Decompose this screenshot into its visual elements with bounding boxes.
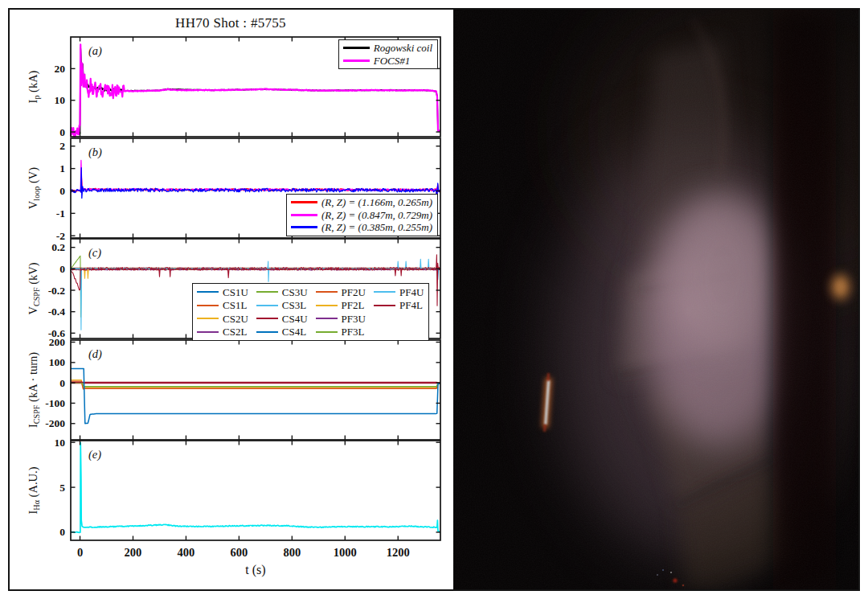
x-tick-label: 1000 <box>334 546 357 559</box>
legend-label: CS4L <box>282 326 306 338</box>
legend-swatch-line <box>291 226 317 228</box>
legend-label: PF2U <box>342 286 366 299</box>
legend-swatch-line <box>291 201 317 203</box>
legend-swatch-line <box>256 331 278 333</box>
legend-item: CS3U <box>256 286 308 299</box>
panel-letter: (b) <box>88 146 102 159</box>
y-tick-label: 0 <box>59 263 65 275</box>
legend-item: CS1L <box>197 299 248 312</box>
y-tick-label: -0.2 <box>48 285 66 297</box>
legend-swatch-line <box>291 214 317 216</box>
legend-label: PF4L <box>399 299 423 312</box>
figure: HH70 Shot : #5755 01020(a)210-1-2(b)0.20… <box>0 0 868 599</box>
x-tick-label: 1200 <box>387 546 410 559</box>
legend-panel-a: Rogowski coilFOCS#1 <box>338 39 438 69</box>
legend-label: Rogowski coil <box>374 42 432 55</box>
legend-label: CS3L <box>282 299 306 312</box>
y-axis-label: IHα (A.U.) <box>27 467 42 515</box>
legend-item: CS2U <box>197 313 248 326</box>
legend-label: (R, Z) = (0.847m, 0.729m) <box>321 209 432 222</box>
legend-item: (R, Z) = (0.385m, 0.255m) <box>291 221 432 234</box>
legend-item: CS4U <box>256 313 308 326</box>
y-tick-label: -0.4 <box>48 306 66 318</box>
plots-panel: HH70 Shot : #5755 01020(a)210-1-2(b)0.20… <box>10 10 452 588</box>
legend-label: CS1U <box>223 286 248 299</box>
y-tick-label: 0 <box>59 377 65 389</box>
legend-label: PF3L <box>342 326 365 338</box>
panel-letter: (a) <box>88 44 102 58</box>
legend-item: CS1U <box>197 286 248 299</box>
series-cs4u <box>71 382 440 383</box>
camera-image <box>453 10 858 589</box>
y-tick-label: 200 <box>49 336 66 348</box>
legend-swatch-line <box>197 318 219 319</box>
panel-letter: (c) <box>88 246 101 260</box>
film-grain <box>453 10 858 589</box>
y-tick-label: 20 <box>55 63 66 75</box>
legend-swatch-line <box>197 305 219 306</box>
legend-label: CS2L <box>223 326 247 338</box>
legend-label: CS2U <box>223 313 248 326</box>
y-axis-label: VCSPF (kV) <box>27 262 42 314</box>
legend-panel-c: CS1UCS1LCS2UCS2LCS3UCS3LCS4UCS4LPF2UPF2L… <box>192 283 429 341</box>
legend-swatch-line <box>197 291 219 293</box>
legend-item: (R, Z) = (0.847m, 0.729m) <box>291 209 432 222</box>
y-axis-label: Vloop (V) <box>27 167 42 209</box>
legend-swatch-line <box>374 305 395 306</box>
legend-label: CS4U <box>282 313 308 326</box>
legend-swatch-line <box>316 305 338 306</box>
series--r-z-1-166m-0-265m- <box>71 175 440 195</box>
panel-e: 0200400600800100012001050(e) <box>55 437 441 559</box>
y-tick-label: 0.2 <box>51 241 65 253</box>
y-axis-label: Ip (kA) <box>27 71 42 104</box>
legend-item: CS2L <box>197 326 248 338</box>
legend-item: PF3L <box>316 326 366 338</box>
legend-item: CS3L <box>256 299 308 312</box>
legend-item: PF4U <box>374 286 424 299</box>
y-tick-label: 10 <box>55 94 66 106</box>
legend-label: (R, Z) = (0.385m, 0.255m) <box>321 221 432 234</box>
legend-label: CS1L <box>223 299 247 312</box>
y-tick-label: -100 <box>45 397 65 409</box>
y-tick-label: 2 <box>59 140 65 152</box>
series-cs1u <box>71 368 440 423</box>
panel-letter: (d) <box>88 347 102 361</box>
y-tick-label: 0 <box>59 526 65 538</box>
legend-swatch-line <box>256 305 278 306</box>
legend-swatch-line <box>343 47 370 49</box>
legend-item: (R, Z) = (1.166m, 0.265m) <box>291 196 432 209</box>
panel-d: 2001000-100-200(d) <box>45 336 440 440</box>
legend-label: PF2L <box>342 299 365 312</box>
series--r-z-0-847m-0-729m- <box>71 160 440 191</box>
y-tick-label: -2 <box>56 230 65 242</box>
legend-item: PF2L <box>316 299 366 312</box>
y-tick-label: 10 <box>55 437 66 449</box>
legend-swatch-line <box>374 291 395 293</box>
legend-label: FOCS#1 <box>374 55 411 68</box>
legend-swatch-line <box>256 318 278 319</box>
legend-label: CS3U <box>282 286 308 299</box>
legend-label: PF3U <box>342 313 366 326</box>
axes-box <box>71 340 440 440</box>
legend-swatch-line <box>316 318 338 319</box>
x-tick-label: 0 <box>77 546 83 559</box>
legend-item: PF2U <box>316 286 366 299</box>
y-tick-label: 0 <box>59 185 65 197</box>
x-tick-label: 200 <box>125 546 142 559</box>
legend-item: FOCS#1 <box>343 55 432 68</box>
legend-label: (R, Z) = (1.166m, 0.265m) <box>321 196 432 209</box>
legend-item: PF3U <box>316 313 366 326</box>
legend-swatch-line <box>316 331 338 333</box>
y-tick-label: 5 <box>59 482 65 494</box>
y-tick-label: -1 <box>56 207 65 219</box>
x-tick-label: 400 <box>178 546 195 559</box>
x-axis-label: t (s) <box>71 563 440 577</box>
series-h-alpha <box>71 443 440 533</box>
legend-item: CS4L <box>256 326 308 338</box>
legend-panel-b: (R, Z) = (1.166m, 0.265m)(R, Z) = (0.847… <box>286 194 438 236</box>
legend-item: Rogowski coil <box>343 42 432 55</box>
x-tick-label: 600 <box>231 546 248 559</box>
panel-letter: (e) <box>88 448 101 462</box>
legend-swatch-line <box>343 59 370 62</box>
legend-swatch-line <box>316 291 338 293</box>
